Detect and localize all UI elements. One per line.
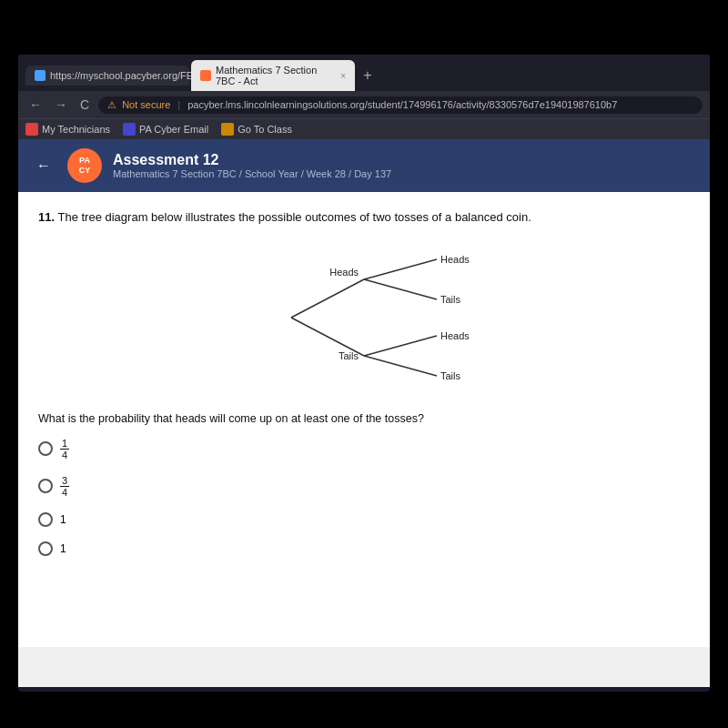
tab-1-icon — [35, 70, 46, 81]
fraction-b-num: 3 — [60, 475, 69, 487]
svg-text:Tails: Tails — [440, 370, 461, 381]
address-separator: | — [177, 99, 180, 110]
fraction-a-den: 4 — [60, 450, 69, 460]
svg-text:Tails: Tails — [440, 294, 461, 305]
fraction-a: 1 4 — [60, 438, 69, 460]
bookmark-pa-cyber-email[interactable]: PA Cyber Email — [123, 123, 208, 136]
fraction-b-den: 4 — [60, 487, 69, 498]
svg-text:Tails: Tails — [339, 350, 359, 361]
insecure-icon: ⚠ — [107, 99, 116, 111]
answer-choice-c[interactable]: 1 — [38, 512, 690, 527]
svg-line-5 — [364, 356, 437, 376]
choice-d-value: 1 — [60, 542, 66, 555]
assessment-header: ← PACY Assessment 12 Mathematics 7 Secti… — [18, 139, 710, 192]
logo-text: PACY — [79, 156, 91, 176]
choice-c-value: 1 — [60, 513, 66, 526]
radio-b[interactable] — [38, 479, 53, 493]
answer-choice-b[interactable]: 3 4 — [38, 475, 690, 498]
question-body: The tree diagram below illustrates the p… — [57, 210, 531, 224]
svg-line-4 — [364, 336, 437, 356]
bookmark-go-to-class[interactable]: Go To Class — [221, 123, 292, 136]
radio-a[interactable] — [38, 441, 53, 456]
tab-1-label: https://myschool.pacyber.org/FE — [50, 70, 193, 81]
fraction-b: 3 4 — [60, 475, 69, 498]
go-to-class-label: Go To Class — [238, 124, 292, 135]
tab-2-icon — [200, 70, 211, 81]
pa-cyber-email-label: PA Cyber Email — [139, 124, 208, 135]
bookmark-my-technicians[interactable]: My Technicians — [25, 123, 110, 136]
svg-line-3 — [364, 279, 437, 299]
assessment-back-button[interactable]: ← — [31, 156, 56, 176]
svg-text:Heads: Heads — [440, 254, 470, 265]
answer-choice-d[interactable]: 1 — [38, 541, 690, 556]
bookmarks-bar: My Technicians PA Cyber Email Go To Clas… — [18, 118, 710, 139]
question-number: 11. — [38, 210, 55, 224]
tab-1[interactable]: https://myschool.pacyber.org/FE × — [25, 66, 189, 86]
answer-section: What is the probability that heads will … — [38, 412, 690, 556]
page-content: ← PACY Assessment 12 Mathematics 7 Secti… — [18, 139, 710, 687]
address-bar-row: ← → C ⚠ Not secure | pacyber.lms.lincoln… — [18, 91, 710, 118]
back-button[interactable]: ← — [25, 96, 46, 114]
svg-line-0 — [291, 279, 364, 318]
browser-window: https://myschool.pacyber.org/FE × Mathem… — [18, 55, 710, 692]
not-secure-label: Not secure — [122, 99, 170, 110]
tab-bar: https://myschool.pacyber.org/FE × Mathem… — [18, 55, 710, 91]
go-to-class-icon — [221, 123, 234, 136]
question-area: 11. The tree diagram below illustrates t… — [18, 192, 710, 647]
add-tab-button[interactable]: + — [357, 65, 379, 86]
address-bar[interactable]: ⚠ Not secure | pacyber.lms.lincolnlearni… — [98, 96, 703, 114]
tree-diagram-container: Heads Tails Heads Tails Heads Tails — [38, 245, 690, 390]
assessment-subtitle: Mathematics 7 Section 7BC / School Year … — [113, 168, 391, 179]
assessment-logo: PACY — [67, 148, 102, 183]
question-text: 11. The tree diagram below illustrates t… — [38, 208, 690, 227]
refresh-button[interactable]: C — [76, 96, 93, 114]
browser-chrome: https://myschool.pacyber.org/FE × Mathem… — [18, 55, 710, 139]
assessment-title: Assessment 12 — [113, 152, 391, 168]
svg-line-2 — [364, 259, 437, 279]
my-technicians-label: My Technicians — [42, 124, 110, 135]
assessment-header-text: Assessment 12 Mathematics 7 Section 7BC … — [113, 152, 391, 179]
url-text: pacyber.lms.lincolnlearningsolutions.org… — [187, 99, 617, 110]
tab-2[interactable]: Mathematics 7 Section 7BC - Act × — [191, 60, 355, 91]
radio-d[interactable] — [38, 541, 53, 556]
svg-text:Heads: Heads — [329, 267, 359, 278]
pa-cyber-email-icon — [123, 123, 136, 136]
radio-c[interactable] — [38, 512, 53, 527]
my-technicians-icon — [25, 123, 38, 136]
tab-2-label: Mathematics 7 Section 7BC - Act — [216, 65, 332, 86]
answer-choice-a[interactable]: 1 4 — [38, 438, 690, 460]
forward-button[interactable]: → — [51, 96, 71, 114]
sub-question-text: What is the probability that heads will … — [38, 412, 690, 425]
svg-text:Heads: Heads — [440, 330, 470, 341]
tab-2-close[interactable]: × — [340, 71, 346, 81]
fraction-a-num: 1 — [60, 438, 69, 450]
tree-diagram-svg: Heads Tails Heads Tails Heads Tails — [218, 245, 510, 390]
